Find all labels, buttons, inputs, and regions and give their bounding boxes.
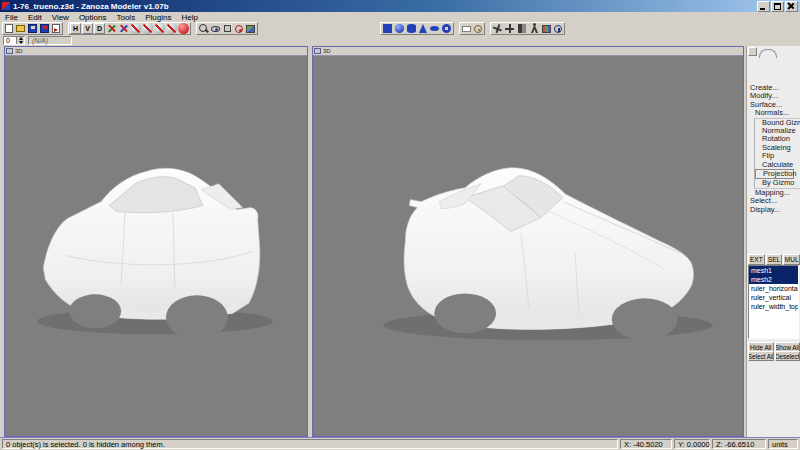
object-list: mesh1 mesh2 ruler_horizontal ruler_verti… — [748, 265, 799, 339]
viewport-left-menu-button[interactable] — [6, 48, 13, 54]
tool-uvmap-icon[interactable] — [542, 25, 551, 33]
background-image-icon[interactable] — [246, 25, 255, 33]
maximize-button[interactable] — [771, 1, 784, 12]
export-icon[interactable] — [52, 24, 60, 33]
car-rear-arch-left — [166, 295, 228, 339]
zoom-tool-icon[interactable] — [198, 23, 209, 34]
save-file-icon[interactable] — [28, 24, 37, 33]
menu-edit[interactable]: Edit — [28, 13, 42, 22]
viewport-right[interactable]: 3D — [312, 46, 744, 437]
car-rear-arch-right — [434, 293, 496, 333]
primitive-sphere-icon[interactable] — [395, 24, 404, 33]
minimize-button[interactable] — [757, 1, 770, 12]
object-mesh2[interactable]: mesh2 — [749, 275, 798, 284]
select-all-button[interactable]: Select All — [748, 351, 774, 361]
primitive-torus-icon[interactable] — [442, 24, 451, 33]
status-bar: 0 object(s) is selected. 0 is hidden amo… — [0, 437, 800, 450]
main-area: 3D 3D — [0, 46, 800, 437]
snap-tool-icon[interactable] — [118, 23, 129, 34]
menu-view[interactable]: View — [52, 13, 69, 22]
objects-level-icon[interactable] — [166, 23, 177, 34]
object-ruler-vertical[interactable]: ruler_vertical — [749, 293, 798, 302]
secondary-toolbar: 0 (N/A) — [0, 35, 800, 46]
car-front-arch-right — [612, 298, 678, 340]
command-by-gizmo[interactable]: By Gizmo — [755, 179, 800, 187]
status-y-coordinate: Y: 0.0000 — [674, 439, 710, 449]
main-toolbar: H V D — [0, 22, 800, 35]
command-calculate[interactable]: Calculate — [755, 161, 800, 169]
object-list-tabs: EXT SEL MUL — [748, 254, 800, 265]
viewport-left-canvas[interactable] — [5, 56, 307, 436]
menu-plugins[interactable]: Plugins — [145, 13, 171, 22]
close-button[interactable] — [785, 1, 798, 12]
tab-sel[interactable]: SEL — [766, 254, 783, 265]
viewport-right-menu-button[interactable] — [314, 48, 321, 54]
spinner-up-icon[interactable] — [19, 37, 23, 40]
shape-rectangle-icon[interactable] — [462, 26, 471, 32]
primitive-cylinder-icon[interactable] — [407, 24, 416, 33]
app-icon — [2, 2, 10, 10]
selection-buttons: Select All Deselect — [748, 351, 800, 361]
commands-list: Create... Modify... Surface... Normals..… — [748, 84, 800, 214]
commands-panel-header — [748, 47, 798, 56]
primitive-box-icon[interactable] — [383, 24, 392, 33]
tool-axes-icon[interactable] — [490, 21, 504, 35]
spinner-down-icon[interactable] — [19, 41, 23, 44]
object-ruler-horizontal[interactable]: ruler_horizontal — [749, 284, 798, 293]
primitive-disc-icon[interactable] — [430, 26, 439, 31]
title-bar: 1-76_trueno.z3d - Zanoza Modeler v1.07b — [0, 0, 800, 12]
tool-biped-icon[interactable] — [529, 23, 540, 34]
open-file-icon[interactable] — [16, 25, 25, 32]
viewport-right-header: 3D — [313, 47, 743, 56]
commands-rollup-button[interactable] — [748, 47, 757, 56]
status-x-coordinate: X: -40.5020 — [620, 439, 672, 449]
zmodeler-window: 1-76_trueno.z3d - Zanoza Modeler v1.07b … — [0, 0, 800, 450]
window-title: 1-76_trueno.z3d - Zanoza Modeler v1.07b — [13, 2, 754, 11]
object-ruler-width-top[interactable]: ruler_width_top — [749, 302, 798, 311]
cut-tool-icon[interactable] — [106, 23, 117, 34]
tool-mirror-icon[interactable] — [518, 24, 526, 33]
level-spinner[interactable]: 0 — [3, 36, 25, 45]
car-front-arch-left — [69, 294, 121, 328]
vertices-level-icon[interactable] — [130, 23, 141, 34]
status-selection-text: 0 object(s) is selected. 0 is hidden amo… — [2, 439, 618, 449]
viewport-left[interactable]: 3D — [4, 46, 308, 437]
object-mesh1[interactable]: mesh1 — [749, 266, 798, 275]
viewport-left-header: 3D — [5, 47, 307, 56]
primitive-cone-icon[interactable] — [419, 24, 427, 33]
status-z-coordinate: Z: -66.6510 — [712, 439, 766, 449]
new-file-icon[interactable] — [5, 24, 13, 33]
menu-file[interactable]: File — [5, 13, 18, 22]
normals-group: Bound Gizmo Normalize Rotation Scaleing … — [754, 118, 800, 189]
status-units: units — [768, 439, 798, 449]
save-as-icon[interactable] — [40, 24, 49, 33]
menu-help[interactable]: Help — [181, 13, 197, 22]
rotate-view-icon[interactable] — [211, 26, 220, 32]
edges-level-icon[interactable] — [142, 23, 153, 34]
viewport-right-canvas[interactable] — [313, 56, 743, 436]
current-selection-label: (N/A) — [28, 36, 72, 45]
menu-bar: File Edit View Options Tools Plugins Hel… — [0, 12, 800, 22]
zoom-extents-icon[interactable] — [235, 25, 243, 33]
menu-tools[interactable]: Tools — [116, 13, 135, 22]
h-view-button[interactable]: H — [70, 23, 81, 34]
about-icon[interactable] — [554, 25, 562, 33]
d-view-button[interactable]: D — [94, 23, 105, 34]
tool-star-icon[interactable] — [504, 23, 515, 34]
polygons-level-icon[interactable] — [154, 23, 165, 34]
level-spinner-value: 0 — [6, 37, 10, 44]
spinner-arrows[interactable] — [16, 37, 24, 44]
shape-circle-icon[interactable] — [474, 25, 482, 33]
command-display[interactable]: Display... — [748, 206, 800, 214]
materials-icon[interactable] — [178, 23, 189, 34]
tab-ext[interactable]: EXT — [748, 254, 765, 265]
menu-options[interactable]: Options — [79, 13, 107, 22]
v-view-button[interactable]: V — [82, 23, 93, 34]
tab-mul[interactable]: MUL — [783, 254, 800, 265]
pan-view-icon[interactable] — [224, 25, 231, 32]
viewport-left-label: 3D — [15, 48, 23, 54]
command-sidebar: Create... Modify... Surface... Normals..… — [746, 46, 800, 437]
command-normals[interactable]: Normals... — [748, 109, 800, 117]
commands-rollup-arc-icon — [759, 49, 777, 58]
deselect-button[interactable]: Deselect — [775, 351, 800, 361]
